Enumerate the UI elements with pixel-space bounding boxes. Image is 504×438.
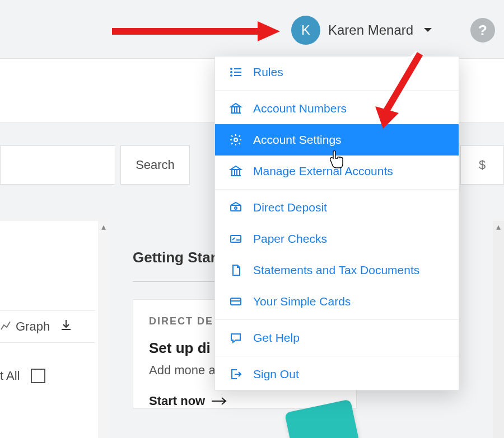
scroll-up-icon: ▴ <box>493 221 504 232</box>
right-scrollbar[interactable]: ▴ <box>493 221 504 438</box>
select-all-label: t All <box>0 369 20 383</box>
menu-item-account-numbers[interactable]: Account Numbers <box>215 93 459 124</box>
amount-input[interactable]: $ <box>460 145 504 185</box>
svg-point-2 <box>230 71 232 73</box>
avatar: K <box>291 16 320 45</box>
document-icon <box>228 263 243 277</box>
menu-item-label: Paper Checks <box>253 232 327 246</box>
menu-item-label: Rules <box>253 65 283 79</box>
user-menu-trigger[interactable]: K Karen Menard <box>291 16 432 45</box>
graph-label: Graph <box>16 319 50 334</box>
menu-item-direct-deposit[interactable]: Direct Deposit <box>215 192 459 223</box>
start-now-label: Start now <box>149 394 205 408</box>
chat-icon <box>228 331 243 345</box>
menu-item-rules[interactable]: Rules <box>215 56 459 88</box>
currency-symbol: $ <box>479 158 486 172</box>
menu-separator <box>215 319 459 320</box>
menu-separator <box>215 356 459 356</box>
username-label: Karen Menard <box>328 22 413 38</box>
search-button-label: Search <box>136 158 175 172</box>
menu-separator <box>215 189 459 190</box>
menu-item-label: Statements and Tax Documents <box>253 263 419 277</box>
menu-item-statements-and-tax-documents[interactable]: Statements and Tax Documents <box>215 255 459 286</box>
menu-item-label: Account Numbers <box>253 102 347 115</box>
menu-item-your-simple-cards[interactable]: Your Simple Cards <box>215 286 459 317</box>
svg-point-0 <box>230 68 232 70</box>
menu-item-get-help[interactable]: Get Help <box>215 322 459 354</box>
start-now-link[interactable]: Start now <box>149 394 340 408</box>
search-button[interactable]: Search <box>120 145 190 185</box>
select-all-row[interactable]: t All <box>0 362 95 390</box>
user-dropdown-menu: RulesAccount NumbersAccount SettingsMana… <box>214 56 459 390</box>
scroll-up-icon: ▴ <box>98 221 109 232</box>
left-pane: ▴ Graph t All <box>0 221 109 438</box>
check-icon <box>228 232 243 246</box>
menu-item-manage-external-accounts[interactable]: Manage External Accounts <box>215 156 459 187</box>
menu-item-label: Sign Out <box>253 368 299 381</box>
signout-icon <box>228 367 243 382</box>
menu-item-sign-out[interactable]: Sign Out <box>215 359 459 390</box>
menu-separator <box>215 90 459 91</box>
header-bar: K Karen Menard ? <box>0 0 504 59</box>
bank-icon <box>228 164 243 178</box>
divider <box>133 281 217 282</box>
menu-item-label: Account Settings <box>253 133 342 147</box>
chevron-down-icon <box>423 27 432 33</box>
svg-rect-19 <box>231 236 241 242</box>
download-icon[interactable] <box>60 319 72 335</box>
menu-item-label: Manage External Accounts <box>253 164 393 178</box>
gear-icon <box>228 133 243 147</box>
search-input[interactable] <box>0 145 115 185</box>
svg-point-18 <box>235 207 237 209</box>
card-icon <box>228 294 243 309</box>
graph-toggle[interactable]: Graph <box>0 310 95 343</box>
menu-item-paper-checks[interactable]: Paper Checks <box>215 223 459 255</box>
svg-point-4 <box>230 74 232 77</box>
left-scrollbar[interactable]: ▴ <box>98 221 109 438</box>
graph-icon <box>0 319 11 334</box>
bank-icon <box>228 101 243 116</box>
help-button[interactable]: ? <box>470 18 495 43</box>
arrow-right-icon <box>212 394 227 408</box>
help-icon: ? <box>478 22 487 39</box>
select-all-checkbox[interactable] <box>31 369 45 383</box>
menu-item-label: Direct Deposit <box>253 201 327 214</box>
svg-rect-17 <box>231 205 241 211</box>
deposit-icon <box>228 200 243 215</box>
list-icon <box>228 65 243 79</box>
svg-point-11 <box>234 138 237 142</box>
menu-item-account-settings[interactable]: Account Settings <box>215 124 459 156</box>
menu-item-label: Get Help <box>253 331 300 345</box>
getting-started-heading: Getting Star <box>133 249 216 266</box>
menu-item-label: Your Simple Cards <box>253 295 351 308</box>
